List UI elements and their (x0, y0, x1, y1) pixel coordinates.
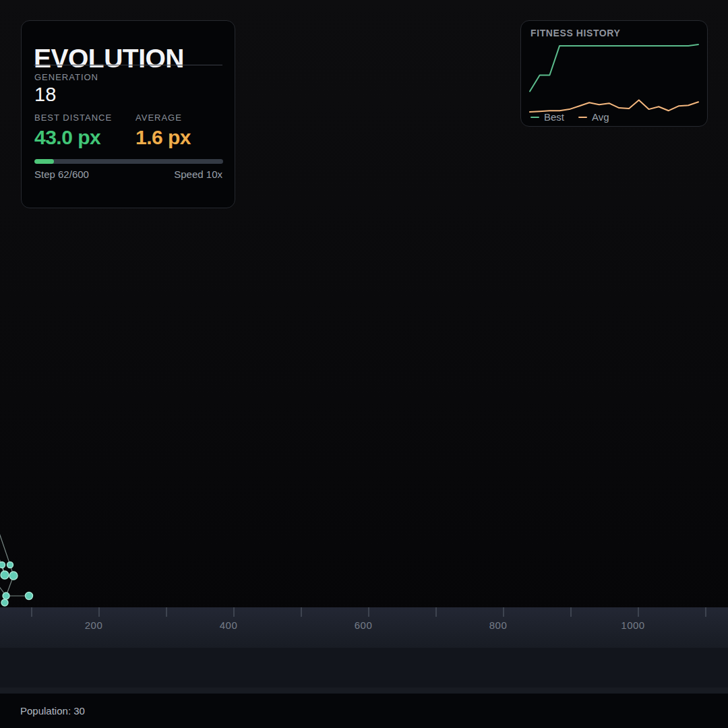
average-label: AVERAGE (135, 113, 237, 123)
creature-limb (0, 531, 10, 565)
average-stat: AVERAGE 1.6 px (135, 113, 237, 149)
speed-indicator: Speed 10x (174, 169, 222, 180)
simulation-canvas: 2004006008001000 Population: 30 EVOLUTIO… (0, 0, 728, 728)
average-value: 1.6 px (135, 126, 237, 149)
chart-legend: Best Avg (530, 111, 609, 123)
generation-label: GENERATION (34, 72, 98, 82)
best-distance-label: BEST DISTANCE (34, 113, 135, 123)
chart-title: FITNESS HISTORY (530, 28, 620, 38)
best-legend-label: Best (544, 111, 564, 123)
panel-title: EVOLUTION (34, 44, 184, 74)
creature-node (26, 593, 33, 600)
progress-meta-row: Step 62/600 Speed 10x (34, 169, 222, 180)
fitness-chart (528, 40, 702, 122)
status-bar: Population: 30 (0, 693, 728, 728)
best-series-line (530, 44, 698, 92)
creature-node (1, 571, 9, 579)
creature-node (3, 593, 9, 599)
avg-legend-swatch (578, 117, 587, 118)
fitness-history-panel: FITNESS HISTORY Best Avg (520, 20, 708, 127)
evolution-panel: EVOLUTION GENERATION 18 BEST DISTANCE 43… (21, 20, 235, 208)
step-counter: Step 62/600 (34, 169, 89, 180)
avg-legend-label: Avg (592, 111, 609, 123)
best-legend-swatch (530, 117, 539, 118)
best-distance-stat: BEST DISTANCE 43.0 px (34, 113, 135, 149)
generation-value: 18 (34, 84, 56, 106)
title-divider (34, 65, 222, 65)
generation-progress-fill (34, 159, 54, 164)
creature-node (0, 562, 5, 568)
best-distance-value: 43.0 px (34, 126, 135, 149)
population-label: Population: 30 (20, 705, 85, 717)
generation-progress-bar (34, 159, 223, 164)
creature-node (7, 562, 13, 568)
stats-row: BEST DISTANCE 43.0 px AVERAGE 1.6 px (34, 113, 237, 149)
avg-series-line (530, 100, 698, 112)
creature-node (1, 599, 8, 606)
creature-node (9, 572, 18, 580)
